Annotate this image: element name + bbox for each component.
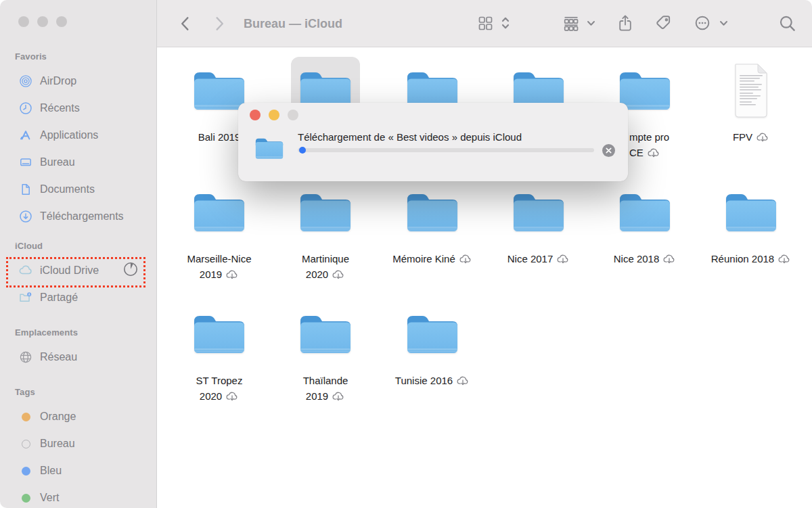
item-label[interactable]: ST Tropez2020 [165, 373, 273, 404]
item-label-line: CE [629, 147, 644, 158]
share-icon[interactable] [616, 12, 635, 34]
item-label[interactable]: FPV [697, 129, 805, 145]
sidebar-item-bureau[interactable]: Bureau [0, 149, 156, 176]
cloud-download-icon [459, 254, 472, 264]
more-options-chevron-down-icon[interactable] [717, 16, 729, 30]
sidebar-section-title: Favoris [15, 51, 156, 66]
sidebar-item-icloud-drive[interactable]: iCloud Drive [0, 257, 156, 284]
tag-icon[interactable] [654, 14, 673, 32]
download-progress-bar [298, 148, 594, 152]
sidebar-item-label: Applications [40, 129, 98, 141]
item-label[interactable]: Nice 2018 [591, 251, 699, 267]
tag-color-dot [22, 440, 30, 448]
sidebar: FavorisAirDropRécentsApplicationsBureauD… [0, 0, 157, 508]
sidebar-item-vert[interactable]: Vert [0, 484, 156, 508]
item-label-line: 2019 [200, 269, 222, 280]
download-progress-indicator [299, 147, 306, 154]
item-label-line: Mémoire Kiné [392, 253, 455, 264]
folder-icon[interactable] [191, 189, 248, 234]
item-label[interactable]: Nice 2017 [484, 251, 593, 267]
sync-progress-pie-icon [123, 262, 138, 279]
dialog-close-button[interactable] [250, 110, 261, 120]
sidebar-item-partag-[interactable]: Partagé [0, 284, 156, 311]
cloud-download-icon [332, 269, 345, 280]
cloud-download-icon [777, 254, 791, 264]
cloud-download-icon [647, 147, 660, 158]
item-label-line: 2020 [306, 269, 328, 280]
item-label-line: 2020 [200, 390, 222, 402]
folder-icon[interactable] [404, 311, 461, 356]
finder-window: FavorisAirDropRécentsApplicationsBureauD… [0, 0, 812, 508]
desktop-icon [18, 155, 33, 170]
item-label-line: mpte pro [629, 131, 669, 143]
tag-color-dot [22, 494, 30, 503]
sidebar-section-title: iCloud [15, 241, 156, 256]
airdrop-icon [18, 74, 33, 89]
close-button[interactable] [18, 16, 29, 27]
cancel-download-button[interactable] [602, 144, 615, 157]
shared-folder-icon [18, 290, 33, 305]
sidebar-item-label: Documents [40, 183, 95, 195]
sidebar-item-airdrop[interactable]: AirDrop [0, 68, 156, 95]
folder-icon[interactable] [723, 189, 780, 234]
icon-view-grid-icon[interactable] [476, 14, 494, 32]
tag-color-dot [22, 467, 30, 476]
item-label-line: Marseille-Nice [187, 253, 251, 264]
folder-icon[interactable] [191, 311, 248, 356]
document-icon[interactable] [730, 63, 772, 118]
sidebar-item-label: Réseau [40, 351, 77, 363]
sidebar-item-label: Bleu [40, 465, 62, 477]
forward-button[interactable] [210, 14, 230, 34]
folder-icon[interactable] [510, 189, 567, 234]
view-sort-chevrons-icon[interactable] [499, 14, 512, 32]
sidebar-item-bureau[interactable]: Bureau [0, 430, 156, 457]
group-by-icon[interactable] [562, 14, 581, 32]
sidebar-item-label: Vert [40, 492, 59, 504]
folder-icon[interactable] [297, 189, 354, 234]
dialog-zoom-button [288, 110, 298, 120]
sidebar-item-r-seau[interactable]: Réseau [0, 344, 156, 371]
folder-icon[interactable] [616, 189, 673, 234]
sidebar-item-bleu[interactable]: Bleu [0, 457, 156, 484]
search-icon[interactable] [777, 12, 797, 34]
item-label-line: Thaïlande [303, 375, 348, 386]
folder-icon[interactable] [297, 311, 354, 356]
item-label[interactable]: Martinique2020 [271, 251, 380, 282]
window-title: Bureau — iCloud [244, 0, 342, 47]
sidebar-item-documents[interactable]: Documents [0, 176, 156, 203]
download-progress-dialog: Téléchargement de « Best videos » depuis… [238, 103, 628, 181]
sidebar-item-label: iCloud Drive [40, 264, 99, 277]
item-label-line: 2019 [306, 390, 328, 402]
sidebar-item-r-cents[interactable]: Récents [0, 95, 156, 122]
item-label-line: Nice 2018 [614, 253, 660, 264]
item-label[interactable]: Tunisie 2016 [378, 373, 487, 388]
minimize-button[interactable] [37, 16, 48, 27]
cloud-download-icon [662, 254, 676, 264]
sidebar-item-label: Téléchargements [40, 210, 124, 223]
cloud-download-icon [225, 391, 239, 402]
more-options-icon[interactable] [693, 14, 712, 32]
item-label-line: Réunion 2018 [711, 253, 774, 264]
document-icon [18, 182, 33, 197]
item-label-line: Tunisie 2016 [395, 375, 453, 386]
item-label[interactable]: Mémoire Kiné [378, 251, 487, 267]
folder-icon[interactable] [404, 189, 461, 234]
item-label[interactable]: Marseille-Nice2019 [165, 251, 273, 282]
group-by-chevron-down-icon[interactable] [585, 16, 597, 30]
item-label[interactable]: Thaïlande2019 [271, 373, 380, 404]
dialog-minimize-button[interactable] [269, 110, 279, 120]
item-label-line: Nice 2017 [508, 253, 554, 264]
toolbar: Bureau — iCloud [157, 0, 812, 47]
sidebar-item-label: Récents [40, 102, 80, 114]
downloading-folder-icon [254, 136, 285, 162]
sidebar-item-applications[interactable]: Applications [0, 122, 156, 149]
sidebar-item-orange[interactable]: Orange [0, 403, 156, 430]
globe-icon [18, 350, 33, 365]
cloud-download-icon [332, 391, 345, 402]
sidebar-item-t-l-chargements[interactable]: Téléchargements [0, 203, 156, 230]
cloud-icon [18, 263, 33, 278]
item-label-line: ST Tropez [196, 375, 243, 386]
back-button[interactable] [175, 14, 195, 34]
zoom-button[interactable] [56, 16, 67, 27]
item-label[interactable]: Réunion 2018 [697, 251, 805, 267]
